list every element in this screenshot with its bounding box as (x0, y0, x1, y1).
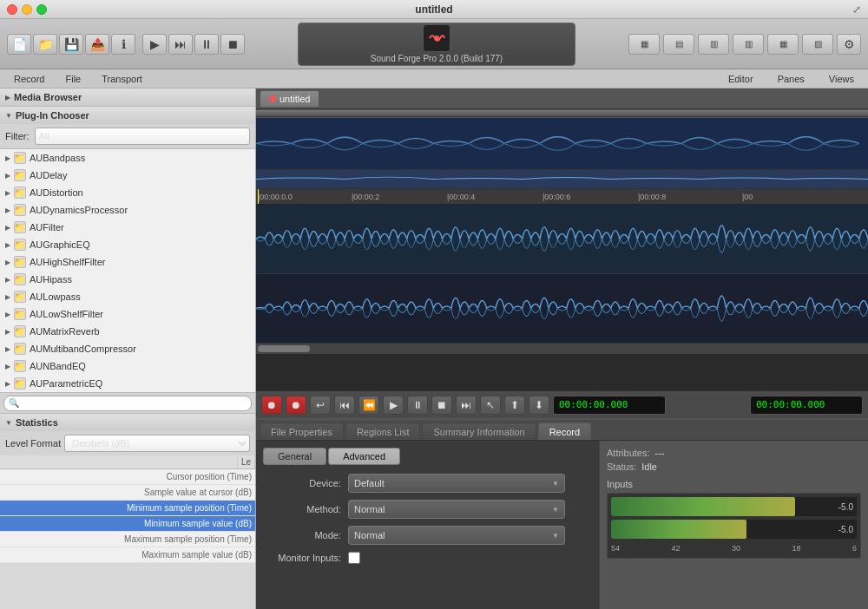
search-input[interactable] (3, 396, 252, 411)
waveform-top-scroll[interactable] (256, 109, 868, 118)
waveform-track-3[interactable] (256, 205, 868, 274)
view-btn-5[interactable]: ▦ (767, 34, 799, 55)
list-item[interactable]: ▶ 📁 AUGraphicEQ (0, 236, 255, 253)
open-button[interactable]: 📁 (33, 34, 57, 55)
list-item[interactable]: ▶ 📁 AUNBandEQ (0, 357, 255, 375)
tab-regions-list[interactable]: Regions List (345, 422, 421, 440)
monitor-row: Monitor Inputs: (263, 552, 592, 564)
list-item[interactable]: ▶ 📁 AULowpass (0, 288, 255, 305)
stats-row-label: Minimum sample value (dB) (0, 518, 255, 529)
play-button[interactable]: ▶ (383, 396, 404, 415)
arrow-icon: ▶ (5, 328, 10, 336)
method-select[interactable]: Normal ▼ (348, 500, 565, 519)
list-item[interactable]: ▶ 📁 AUBandpass (0, 149, 255, 167)
level-format-select[interactable]: Decibels (dB) (64, 435, 250, 452)
list-item[interactable]: ▶ 📁 AUFilter (0, 219, 255, 236)
time-marker-1: |00:00:2 (352, 193, 379, 201)
menu-editor[interactable]: Editor (718, 69, 764, 88)
settings-button[interactable]: ⚙ (837, 34, 861, 55)
level-format-row: Level Format Decibels (dB) (0, 431, 255, 455)
view-btn-6[interactable]: ▧ (802, 34, 833, 55)
filter-label: Filter: (5, 131, 30, 141)
minimize-button[interactable] (22, 4, 32, 15)
list-item[interactable]: ▶ 📁 AUMultibandCompressor (0, 340, 255, 357)
arrow-icon: ▶ (5, 241, 10, 249)
list-item[interactable]: ▶ 📁 AUParametricEQ (0, 375, 255, 392)
menu-panes[interactable]: Panes (767, 69, 815, 88)
tab-record[interactable]: Record (538, 422, 591, 440)
list-item[interactable]: ▶ 📁 AUDelay (0, 167, 255, 184)
list-item[interactable]: ▶ 📁 AUDistortion (0, 184, 255, 201)
stop-button[interactable]: ⏹ (220, 34, 245, 55)
menu-transport[interactable]: Transport (91, 69, 153, 88)
folder-icon: 📁 (14, 343, 26, 355)
play-end-button[interactable]: ⏭ (168, 34, 193, 55)
menu-record[interactable]: Record (3, 69, 55, 88)
record-button[interactable]: ⏺ (261, 396, 282, 415)
level-format-label: Level Format (5, 438, 61, 449)
subtab-general[interactable]: General (263, 448, 326, 465)
svg-rect-4 (256, 274, 868, 343)
arrow-icon: ▶ (5, 345, 10, 353)
list-item[interactable]: ▶ 📁 AULowShelfFilter (0, 305, 255, 323)
list-item[interactable]: ▶ 📁 AUHighShelfFilter (0, 253, 255, 271)
view-btn-3[interactable]: ▥ (698, 34, 729, 55)
stats-row-1[interactable]: Cursor position (Time) (0, 469, 255, 485)
waveform-track-4[interactable] (256, 274, 868, 344)
statistics-section: ▼ Statistics Level Format Decibels (dB) … (0, 413, 255, 563)
prev-button[interactable]: ⏪ (358, 396, 379, 415)
export-button[interactable]: 📤 (85, 34, 109, 55)
resize-icon[interactable]: ⤢ (852, 3, 861, 16)
view-btn-2[interactable]: ▤ (663, 34, 694, 55)
info-button[interactable]: ℹ (111, 34, 135, 55)
rewind-button[interactable]: ⏮ (334, 396, 355, 415)
tab-file-properties[interactable]: File Properties (260, 422, 344, 440)
return-button[interactable]: ↩ (310, 396, 331, 415)
zoom-out-button[interactable]: ⬇ (529, 396, 549, 415)
stats-row-2[interactable]: Sample value at cursor (dB) (0, 485, 255, 501)
waveform-track-1[interactable] (256, 118, 868, 170)
scrollbar-thumb[interactable] (258, 345, 310, 352)
app-center: Sound Forge Pro 2.0.0 (Build 177) (252, 23, 621, 66)
maximize-button[interactable] (36, 4, 47, 15)
arrow-icon: ▶ (5, 380, 10, 388)
subtab-advanced[interactable]: Advanced (328, 448, 400, 465)
list-item[interactable]: ▶ 📁 AUHipass (0, 271, 255, 288)
stats-row-6[interactable]: Maximum sample value (dB) (0, 547, 255, 563)
waveform-track-2[interactable] (256, 170, 868, 189)
menu-file[interactable]: File (55, 69, 91, 88)
list-item[interactable]: ▶ 📁 AUDynamicsProcessor (0, 201, 255, 219)
search-wrap: 🔍 (3, 396, 252, 411)
folder-icon: 📁 (14, 256, 26, 268)
record-monitor-button[interactable]: ⏺ (286, 396, 306, 415)
plugin-chooser-header[interactable]: ▼ Plug-In Chooser (0, 107, 255, 124)
stats-row-3[interactable]: Minimum sample position (Time) (0, 501, 255, 516)
filter-select[interactable]: All AU VST (35, 128, 251, 145)
pause-button[interactable]: ⏸ (194, 34, 219, 55)
menu-views[interactable]: Views (819, 69, 865, 88)
media-browser-header[interactable]: ▶ Media Browser (0, 88, 255, 106)
stats-row-4[interactable]: Minimum sample value (dB) (0, 516, 255, 532)
zoom-in-button[interactable]: ⬆ (504, 396, 525, 415)
cursor-tool[interactable]: ↖ (480, 396, 501, 415)
mode-select[interactable]: Normal ▼ (348, 526, 565, 545)
stop-button[interactable]: ⏹ (431, 396, 452, 415)
device-select[interactable]: Default ▼ (348, 474, 565, 493)
folder-icon: 📁 (14, 273, 26, 285)
stats-row-5[interactable]: Maximum sample position (Time) (0, 532, 255, 547)
pause-button[interactable]: ⏸ (407, 396, 428, 415)
view-btn-4[interactable]: ▥ (733, 34, 764, 55)
play-button[interactable]: ▶ (142, 34, 167, 55)
close-button[interactable] (7, 4, 17, 15)
waveform-scrollbar[interactable] (256, 344, 868, 354)
view-btn-1[interactable]: ▦ (628, 34, 660, 55)
statistics-header[interactable]: ▼ Statistics (0, 414, 255, 431)
list-item[interactable]: ▶ 📁 AUMatrixReverb (0, 323, 255, 340)
tab-summary-information[interactable]: Summary Information (422, 422, 536, 440)
fast-forward-button[interactable]: ⏭ (456, 396, 477, 415)
doc-tab-untitled[interactable]: untitled (260, 90, 319, 108)
new-button[interactable]: 📄 (7, 34, 31, 55)
save-button[interactable]: 💾 (59, 34, 83, 55)
monitor-checkbox[interactable] (348, 552, 360, 564)
titlebar: untitled ⤢ (0, 0, 868, 19)
